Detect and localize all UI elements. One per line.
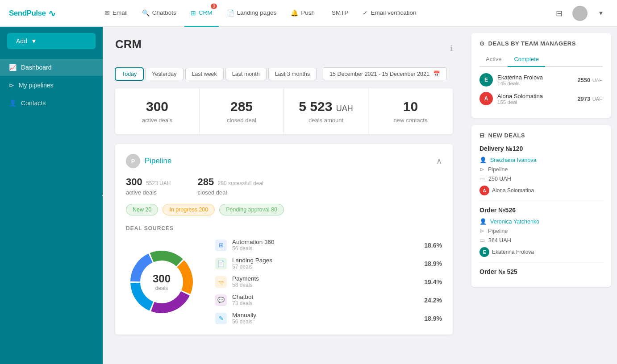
- team-tab-active[interactable]: Active: [479, 53, 508, 67]
- filter-btn-today[interactable]: Today: [115, 68, 143, 80]
- sidebar-item-contacts[interactable]: 👤Contacts: [0, 95, 103, 112]
- source-name-4: Manually: [232, 312, 414, 318]
- sidebar-nav: 📈Dashboard⊳My pipelines👤Contacts: [0, 55, 103, 115]
- donut-number: 300: [153, 273, 171, 285]
- source-row-3: 💬 Chatbot 73 deals 24.2%: [215, 294, 442, 306]
- donut-sub-label: deals: [153, 285, 171, 291]
- assignee-avatar-0: A: [479, 186, 489, 195]
- deal-title-0: Delivery №120: [479, 145, 603, 152]
- stat-label-3: new contacts: [377, 117, 444, 124]
- deal-amount-0: ▭250 UAH: [479, 175, 603, 182]
- stat-number-3: 10: [377, 99, 444, 114]
- logo-wave: ∿: [48, 8, 56, 19]
- new-deals-icon: ⊟: [479, 132, 485, 139]
- nav-item-push[interactable]: 🔔Push: [284, 0, 321, 27]
- pipeline-section: P Pipeline ∧ 300 5523 UAH active deals 2…: [115, 144, 453, 335]
- source-info-4: Manually 56 deals: [232, 312, 414, 325]
- sources-list: ⊞ Automation 360 56 deals 18.6% 📄 Landin…: [215, 239, 442, 325]
- manager-name-1: Alona Solomatina: [497, 93, 573, 99]
- deal-contact-0: 👤Snezhana Ivanova: [479, 157, 603, 163]
- source-name-2: Payments: [232, 275, 414, 282]
- pipeline-tag-progress[interactable]: In progress 200: [163, 204, 215, 215]
- nav-item-email[interactable]: ✉Email: [98, 0, 134, 27]
- team-tab-complete[interactable]: Complete: [508, 53, 545, 67]
- source-count-0: 56 deals: [232, 245, 414, 252]
- add-button[interactable]: Add ▼: [7, 33, 96, 49]
- deals-managers-icon: ⊙: [479, 40, 485, 47]
- nav-item-crm[interactable]: ⊞CRMβ: [184, 0, 219, 27]
- info-icon[interactable]: ℹ: [450, 44, 453, 53]
- logo: SendPulse ∿: [9, 8, 98, 19]
- source-name-3: Chatbot: [232, 294, 414, 300]
- new-deals-list: Delivery №120👤Snezhana Ivanova⊳Pipeline▭…: [479, 145, 603, 275]
- sidebar-item-dashboard[interactable]: 📈Dashboard: [0, 59, 103, 76]
- managers-list: E Ekaterina Frolova 145 deals 2550 UAH A…: [479, 73, 603, 105]
- pipeline-active-uah: 5523 UAH: [146, 180, 171, 186]
- nav-item-email-ver[interactable]: ✓Email verification: [356, 0, 422, 27]
- pipeline-tag-pending[interactable]: Pending approval 80: [219, 204, 284, 215]
- filter-btn-last-3-months[interactable]: Last 3 months: [268, 68, 317, 80]
- sidebar-item-pipelines[interactable]: ⊳My pipelines: [0, 77, 103, 94]
- pipeline-tag-new[interactable]: New 20: [126, 204, 158, 215]
- deal-divider-1: [479, 262, 603, 263]
- new-deal-0: Delivery №120👤Snezhana Ivanova⊳Pipeline▭…: [479, 145, 603, 201]
- filter-btn-last-month[interactable]: Last month: [225, 68, 267, 80]
- nav-item-chatbots[interactable]: 🔍Chatbots: [136, 0, 183, 27]
- source-row-0: ⊞ Automation 360 56 deals 18.6%: [215, 239, 442, 252]
- nav-icon-crm: ⊞: [191, 9, 196, 17]
- deal-title-1: Order №526: [479, 207, 603, 214]
- filter-btn-last-week[interactable]: Last week: [185, 68, 224, 80]
- donut-segment-4: [130, 282, 153, 310]
- pipeline-active-deals: 300 5523 UAH active deals: [126, 176, 171, 196]
- manager-info-0: Ekaterina Frolova 145 deals: [497, 74, 573, 86]
- donut-segment-2: [177, 260, 193, 294]
- source-icon-landing: 📄: [215, 258, 227, 269]
- nav-icon-email: ✉: [104, 9, 110, 17]
- source-info-1: Landing Pages 57 deals: [232, 257, 414, 270]
- source-row-4: ✎ Manually 56 deals 18.9%: [215, 312, 442, 325]
- user-avatar[interactable]: [572, 6, 588, 21]
- date-range-button[interactable]: 15 December 2021 - 15 December 2021📅: [323, 67, 447, 80]
- pipeline-title-row: P Pipeline: [126, 154, 172, 168]
- collapse-icon[interactable]: ∧: [436, 156, 442, 166]
- add-button-label: Add: [16, 37, 27, 45]
- new-deals-panel: ⊟ NEW DEALS Delivery №120👤Snezhana Ivano…: [471, 125, 611, 287]
- donut-segment-1: [150, 251, 183, 266]
- nav-item-landing[interactable]: 📄Landing pages: [221, 0, 283, 27]
- sidebar-icon-contacts: 👤: [9, 99, 17, 107]
- new-deal-2: Order № 525: [479, 268, 603, 275]
- nav-item-smtp[interactable]: SMTP: [323, 0, 355, 27]
- source-icon-payments: ▭: [215, 276, 227, 288]
- new-deal-1: Order №526👤Veronica Yatchenko⊳Pipeline▭3…: [479, 207, 603, 263]
- source-count-1: 57 deals: [232, 264, 414, 270]
- source-info-2: Payments 58 deals: [232, 275, 414, 288]
- manager-amount-0: 2550 UAH: [577, 76, 603, 84]
- filter-bar: TodayYesterdayLast weekLast monthLast 3 …: [115, 67, 453, 80]
- filter-btn-yesterday[interactable]: Yesterday: [145, 68, 183, 80]
- new-deals-label: NEW DEALS: [488, 132, 525, 139]
- assignee-avatar-1: E: [479, 247, 489, 257]
- pipeline-avatar: P: [126, 154, 140, 168]
- stat-number-2: 5 523 UAH: [293, 99, 359, 114]
- deal-divider-0: [479, 201, 603, 201]
- deal-assignee-0: AAlona Solomatina: [479, 186, 603, 195]
- page-title: CRM: [115, 37, 142, 51]
- expand-icon[interactable]: ▼: [594, 6, 608, 21]
- sidebar-icon-pipelines: ⊳: [9, 82, 14, 89]
- manager-row-0: E Ekaterina Frolova 145 deals 2550 UAH: [479, 73, 603, 87]
- device-icon[interactable]: ⊟: [552, 6, 566, 21]
- sidebar: Add ▼ 📈Dashboard⊳My pipelines👤Contacts ‹: [0, 27, 103, 364]
- manager-avatar-1: A: [479, 92, 493, 105]
- deal-pipeline-1: ⊳Pipeline: [479, 228, 603, 234]
- sidebar-collapse-btn[interactable]: ‹: [98, 191, 103, 200]
- calendar-icon: 📅: [433, 70, 440, 77]
- source-pct-3: 24.2%: [420, 297, 442, 304]
- stat-number-0: 300: [124, 99, 190, 114]
- deal-contact-1: 👤Veronica Yatchenko: [479, 218, 603, 225]
- nav-icon-chatbots: 🔍: [142, 9, 150, 17]
- deals-by-managers-panel: ⊙ DEALS BY TEAM MANAGERS ActiveComplete …: [471, 33, 611, 118]
- manager-deals-1: 155 deal: [497, 99, 573, 105]
- stat-card-0: 300active deals: [115, 88, 200, 134]
- donut-segment-0: [130, 253, 153, 281]
- source-pct-0: 18.6%: [420, 242, 442, 249]
